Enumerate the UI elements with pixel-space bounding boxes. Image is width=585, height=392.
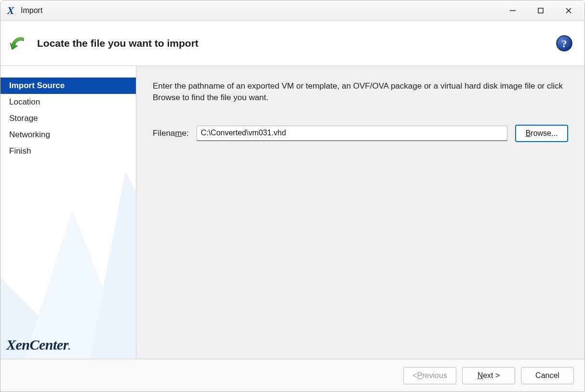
back-arrow-icon [8,33,28,53]
sidebar-item-location[interactable]: Location [0,94,136,110]
sidebar-item-label: Finish [9,146,31,156]
sidebar-item-networking[interactable]: Networking [0,127,136,143]
brand-logo: XenCenter. [6,337,70,353]
sidebar-item-label: Location [9,97,40,106]
next-button[interactable]: Next > [462,367,515,384]
cancel-button[interactable]: Cancel [521,367,574,384]
filename-label-pre: Filena [153,129,175,138]
prev-accel: P [417,371,423,380]
window-title: Import [21,6,42,15]
svg-marker-8 [87,171,136,359]
filename-input[interactable] [197,126,507,141]
prev-post: revious [422,371,447,380]
sidebar-item-storage[interactable]: Storage [0,110,136,127]
next-accel: N [478,371,483,380]
sidebar-item-label: Storage [9,114,38,123]
sidebar-item-label: Import Source [9,81,65,90]
next-post: ext > [483,371,500,380]
close-button[interactable] [555,0,583,21]
wizard-content: Enter the pathname of an exported VM or … [136,66,585,359]
instruction-text: Enter the pathname of an exported VM or … [153,80,567,104]
browse-accel: B [526,129,531,138]
filename-label-accel: m [175,129,182,138]
svg-rect-1 [538,8,543,13]
sidebar-item-finish[interactable]: Finish [0,143,136,159]
cancel-label: Cancel [535,371,559,380]
browse-button[interactable]: Browse... [515,125,568,142]
wizard-sidebar: Import Source Location Storage Networkin… [0,66,136,359]
wizard-banner: Locate the file you want to import ? [0,21,585,66]
close-icon [565,7,572,14]
help-button[interactable]: ? [556,35,573,52]
sidebar-item-label: Networking [9,130,50,139]
wizard-body: Import Source Location Storage Networkin… [0,66,585,359]
filename-label: Filename: [153,129,189,138]
maximize-button[interactable] [527,0,555,21]
minimize-icon [509,7,516,14]
minimize-button[interactable] [499,0,527,21]
titlebar: X Import [0,0,585,21]
svg-text:?: ? [562,38,567,50]
help-icon: ? [556,35,573,52]
brand-text: XenCenter [6,337,68,353]
filename-label-post: e: [182,129,188,138]
window-controls [499,0,583,21]
page-heading: Locate the file you want to import [37,38,199,49]
app-icon: X [5,5,16,16]
previous-button: < Previous [403,367,456,384]
filename-row: Filename: Browse... [153,125,568,142]
prev-pre: < [412,371,417,380]
import-wizard-window: X Import [0,0,585,392]
browse-rest: rowse... [531,129,558,138]
sidebar-item-import-source[interactable]: Import Source [0,78,136,94]
maximize-icon [537,7,544,14]
wizard-footer: < Previous Next > Cancel [0,359,585,392]
